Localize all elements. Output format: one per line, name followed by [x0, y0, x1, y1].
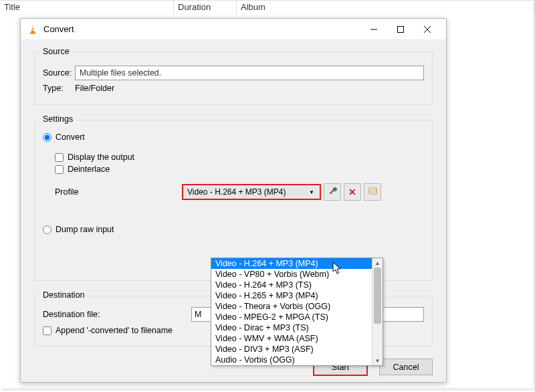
- append-converted-label: Append '-converted' to filename: [56, 326, 173, 335]
- source-group-label: Source: [40, 47, 72, 56]
- settings-group-label: Settings: [40, 114, 76, 124]
- svg-rect-5: [398, 26, 404, 32]
- column-header-row: Title Duration Album: [0, 0, 535, 15]
- display-output-checkbox[interactable]: Display the output: [55, 153, 424, 162]
- convert-dialog: Convert Source Source: Type: File/Folder…: [20, 18, 447, 383]
- display-output-checkbox-input[interactable]: [55, 153, 64, 162]
- list-item[interactable]: Video - VP80 + Vorbis (Webm): [211, 269, 372, 280]
- svg-marker-0: [31, 25, 35, 33]
- list-item[interactable]: Audio - Vorbis (OGG): [211, 355, 372, 365]
- minimize-button[interactable]: [360, 19, 387, 39]
- list-item[interactable]: Video - Theora + Vorbis (OGG): [211, 301, 372, 312]
- convert-radio-label: Convert: [56, 132, 85, 142]
- dump-raw-radio-label: Dump raw input: [56, 225, 114, 234]
- convert-radio-input[interactable]: [43, 133, 51, 142]
- dialog-titlebar[interactable]: Convert: [21, 19, 446, 40]
- column-header-album[interactable]: Album: [237, 1, 535, 15]
- deinterlace-checkbox[interactable]: Deinterlace: [55, 165, 424, 174]
- append-converted-checkbox-input[interactable]: [43, 326, 51, 335]
- list-item[interactable]: Video - H.264 + MP3 (TS): [211, 280, 372, 290]
- convert-radio[interactable]: Convert: [43, 132, 424, 142]
- cancel-button[interactable]: Cancel: [379, 359, 433, 375]
- chevron-down-icon: ▼: [306, 189, 317, 195]
- destination-file-label: Destination file:: [43, 310, 191, 319]
- profile-label: Profile: [55, 187, 182, 197]
- list-item[interactable]: Video - Dirac + MP3 (TS): [211, 322, 372, 333]
- delete-profile-button[interactable]: ✕: [344, 183, 361, 201]
- type-label: Type:: [43, 84, 75, 93]
- dropdown-scrollbar[interactable]: ▲ ▼: [372, 258, 383, 365]
- svg-rect-8: [369, 188, 377, 194]
- source-label: Source:: [43, 68, 75, 78]
- wrench-icon: [328, 187, 337, 197]
- profile-select[interactable]: Video - H.264 + MP3 (MP4) ▼: [182, 184, 321, 200]
- list-item[interactable]: Video - DIV3 + MP3 (ASF): [211, 344, 372, 355]
- dump-raw-radio-input[interactable]: [43, 225, 51, 234]
- profile-select-value: Video - H.264 + MP3 (MP4): [187, 187, 306, 197]
- delete-x-icon: ✕: [348, 187, 356, 197]
- type-value: File/Folder: [75, 84, 114, 93]
- list-item[interactable]: Video - WMV + WMA (ASF): [211, 333, 372, 344]
- vlc-cone-icon: [27, 24, 38, 35]
- new-profile-icon: [368, 187, 377, 197]
- edit-profile-button[interactable]: [324, 183, 341, 201]
- close-button[interactable]: [414, 19, 441, 39]
- list-item[interactable]: Video - H.265 + MP3 (MP4): [211, 290, 372, 301]
- column-header-duration[interactable]: Duration: [174, 1, 237, 15]
- source-input[interactable]: [75, 66, 424, 80]
- destination-group-label: Destination: [40, 290, 88, 300]
- maximize-button[interactable]: [387, 19, 414, 39]
- deinterlace-label: Deinterlace: [68, 165, 110, 174]
- list-item[interactable]: Video - MPEG-2 + MPGA (TS): [211, 312, 372, 322]
- list-item[interactable]: Video - H.264 + MP3 (MP4): [211, 258, 372, 269]
- new-profile-button[interactable]: [364, 183, 381, 201]
- profile-dropdown-list: Video - H.264 + MP3 (MP4) Video - VP80 +…: [211, 258, 372, 365]
- deinterlace-checkbox-input[interactable]: [55, 165, 64, 174]
- dialog-title: Convert: [43, 24, 74, 34]
- profile-dropdown[interactable]: Video - H.264 + MP3 (MP4) Video - VP80 +…: [211, 258, 383, 366]
- dump-raw-radio[interactable]: Dump raw input: [43, 225, 424, 234]
- svg-rect-3: [30, 33, 36, 34]
- svg-rect-1: [31, 27, 33, 28]
- column-header-title[interactable]: Title: [0, 1, 174, 15]
- settings-group: Settings Convert Display the output Dein…: [34, 120, 433, 281]
- display-output-label: Display the output: [68, 153, 134, 162]
- scroll-up-icon[interactable]: ▲: [372, 258, 383, 268]
- source-group: Source Source: Type: File/Folder: [34, 52, 433, 105]
- svg-rect-2: [31, 29, 35, 30]
- scroll-down-icon[interactable]: ▼: [372, 356, 383, 365]
- scroll-thumb[interactable]: [374, 268, 381, 324]
